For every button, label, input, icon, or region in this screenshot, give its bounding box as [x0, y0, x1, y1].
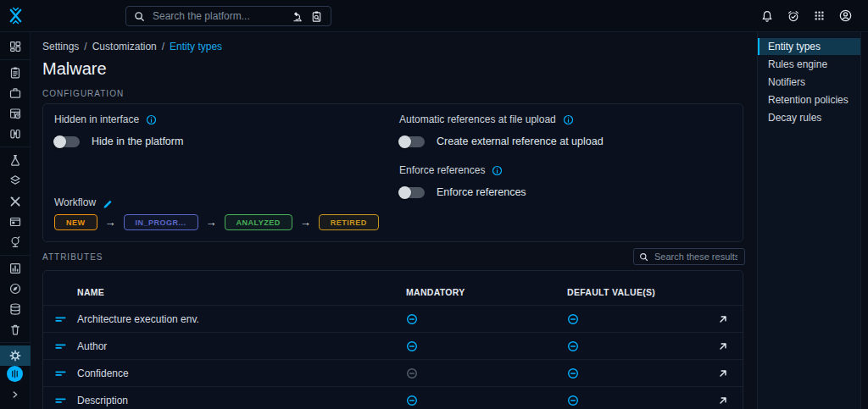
workflow-arrow: → — [206, 215, 217, 229]
breadcrumb-item[interactable]: Settings — [42, 41, 79, 53]
mandatory-minus-circle-icon — [406, 368, 418, 379]
attributes-table-body: Architecture execution env. Author — [43, 305, 743, 409]
right-menu-item[interactable]: Notifiers — [758, 74, 861, 91]
nav-data-icon[interactable] — [0, 299, 31, 319]
right-submenu: Entity typesRules engineNotifiersRetenti… — [757, 32, 861, 409]
nav-settings-icon[interactable] — [0, 345, 31, 366]
breadcrumb-separator: / — [162, 41, 164, 53]
notifications-bell-icon[interactable] — [760, 9, 774, 23]
right-menu-item[interactable]: Entity types — [758, 38, 861, 55]
search-input[interactable] — [151, 9, 286, 23]
nav-trash-icon[interactable] — [0, 319, 31, 340]
nav-investigations-icon[interactable] — [0, 279, 31, 299]
column-header-mandatory: MANDATORY — [406, 287, 465, 297]
nav-entities-icon[interactable] — [0, 212, 31, 232]
top-bar — [0, 0, 868, 32]
edit-pencil-icon[interactable] — [103, 197, 114, 208]
filigran-logo-icon[interactable] — [7, 366, 23, 382]
nav-locations-icon[interactable] — [0, 232, 31, 252]
column-header-name: NAME — [77, 287, 104, 297]
workflow-status-chip[interactable]: NEW — [54, 214, 97, 230]
nav-observations-icon[interactable] — [0, 124, 31, 144]
attribute-row[interactable]: Description — [43, 386, 743, 409]
workflow-status-chip[interactable]: IN_PROGR... — [124, 214, 198, 230]
workflow-arrow: → — [300, 215, 311, 229]
expand-sidebar-chevron-icon[interactable] — [0, 387, 31, 402]
attribute-name: Architecture execution env. — [77, 313, 199, 325]
default-value-minus-circle-icon — [567, 395, 579, 406]
mandatory-minus-circle-icon — [406, 395, 418, 406]
attribute-name: Confidence — [77, 368, 129, 379]
workflow-status-chip[interactable]: RETIRED — [319, 214, 379, 230]
short-text-icon — [54, 367, 67, 379]
hide-in-platform-toggle[interactable] — [54, 136, 80, 147]
goto-arrow-icon[interactable] — [717, 368, 729, 379]
nav-techniques-icon[interactable] — [0, 191, 31, 212]
default-value-minus-circle-icon — [567, 340, 579, 352]
short-text-icon — [54, 394, 67, 406]
hidden-in-interface-block: Hidden in interface Hide in the platform — [54, 113, 183, 163]
breadcrumb-separator: / — [84, 41, 86, 53]
references-block: Automatic references at file upload Crea… — [399, 113, 604, 214]
create-external-reference-toggle[interactable] — [399, 136, 425, 147]
attribute-row[interactable]: Author — [43, 332, 743, 359]
nav-dashboard-icon[interactable] — [0, 36, 31, 57]
left-sidebar — [0, 32, 31, 409]
nav-events-icon[interactable] — [0, 103, 31, 124]
right-menu-item[interactable]: Retention policies — [758, 91, 861, 108]
enforce-references-toggle[interactable] — [399, 187, 425, 198]
right-menu-item[interactable]: Decay rules — [758, 109, 861, 126]
attributes-card: NAME MANDATORY DEFAULT VALUE(S) Architec… — [42, 270, 743, 409]
workflow-status-chip[interactable]: ANALYZED — [225, 214, 292, 230]
configuration-card: Hidden in interface Hide in the platform… — [42, 103, 743, 242]
goto-arrow-icon[interactable] — [717, 340, 729, 352]
attributes-header: ATTRIBUTES — [42, 249, 745, 266]
breadcrumb-item[interactable]: Entity types — [170, 41, 222, 53]
attribute-name: Description — [77, 395, 128, 406]
workflow-block-label: Workflow — [54, 196, 114, 209]
info-icon[interactable] — [146, 114, 157, 125]
info-icon[interactable] — [563, 114, 574, 125]
nav-dashboards-icon[interactable] — [0, 258, 31, 279]
attribute-row[interactable]: Architecture execution env. — [43, 305, 743, 332]
microscope-icon[interactable] — [292, 10, 304, 23]
topbar-actions — [760, 8, 868, 23]
alarm-check-icon[interactable] — [787, 9, 800, 23]
attributes-table-header: NAME MANDATORY DEFAULT VALUE(S) — [43, 271, 743, 305]
platform-logo[interactable] — [0, 0, 31, 32]
attributes-search-input[interactable] — [653, 251, 739, 263]
clipboard-search-icon[interactable] — [310, 10, 323, 23]
apps-grid-icon[interactable] — [813, 9, 826, 22]
attributes-section-label: ATTRIBUTES — [42, 252, 103, 263]
configuration-section-label: CONFIGURATION — [42, 89, 745, 99]
short-text-icon — [54, 340, 67, 352]
nav-divider — [0, 59, 31, 60]
attribute-name: Author — [77, 340, 107, 352]
mandatory-minus-circle-icon — [406, 340, 418, 352]
workflow-statuses: NEW→IN_PROGR...→ANALYZED→RETIRED — [54, 214, 379, 230]
hidden-in-interface-label: Hidden in interface — [54, 113, 139, 125]
attributes-search — [633, 248, 745, 265]
account-circle-icon[interactable] — [838, 8, 853, 23]
attribute-row[interactable]: Confidence — [43, 359, 743, 386]
default-value-minus-circle-icon — [567, 313, 579, 325]
nav-analyses-icon[interactable] — [0, 63, 31, 83]
page-scrollbar[interactable] — [860, 32, 868, 409]
search-icon — [134, 11, 145, 22]
search-icon — [639, 252, 648, 262]
workflow-arrow: → — [105, 215, 116, 229]
nav-divider — [0, 255, 31, 256]
page-title: Malware — [42, 59, 745, 80]
info-icon[interactable] — [492, 165, 503, 176]
nav-threats-icon[interactable] — [0, 150, 31, 170]
goto-arrow-icon[interactable] — [717, 313, 729, 325]
nav-cases-icon[interactable] — [0, 83, 31, 103]
automatic-references-label: Automatic references at file upload — [399, 113, 556, 125]
sidebar-bottom — [0, 366, 31, 409]
nav-divider — [0, 342, 31, 343]
nav-arsenal-icon[interactable] — [0, 170, 31, 191]
right-menu-item[interactable]: Rules engine — [758, 56, 861, 73]
breadcrumb-item[interactable]: Customization — [92, 41, 157, 53]
hide-in-platform-label: Hide in the platform — [92, 135, 183, 147]
goto-arrow-icon[interactable] — [717, 395, 729, 406]
